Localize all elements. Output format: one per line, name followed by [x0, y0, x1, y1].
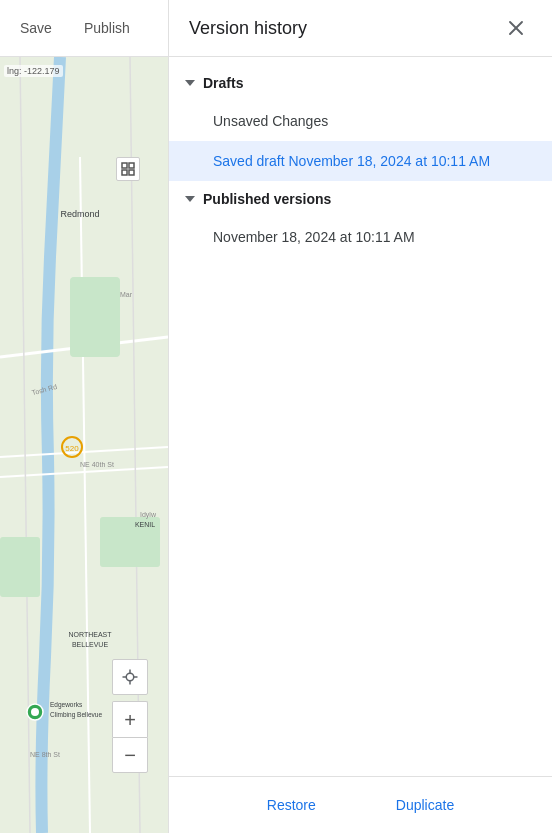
svg-text:NORTHEAST: NORTHEAST [68, 631, 112, 638]
save-button[interactable]: Save [12, 14, 60, 42]
published-chevron-icon [185, 196, 195, 202]
svg-rect-28 [129, 170, 134, 175]
svg-rect-27 [122, 170, 127, 175]
svg-text:Climbing Bellevue: Climbing Bellevue [50, 711, 102, 719]
svg-text:Edgeworks: Edgeworks [50, 701, 83, 709]
panel-content: Drafts Unsaved Changes Saved draft Novem… [169, 57, 552, 776]
unsaved-changes-item[interactable]: Unsaved Changes [169, 101, 552, 141]
svg-text:520: 520 [65, 444, 79, 453]
published-section-label: Published versions [203, 191, 331, 207]
svg-text:KENIL: KENIL [135, 521, 155, 528]
zoom-in-button[interactable]: + [112, 701, 148, 737]
svg-rect-8 [0, 537, 40, 597]
drafts-section-label: Drafts [203, 75, 243, 91]
svg-text:Mar: Mar [120, 291, 133, 298]
map-toolbar: Save Publish [0, 0, 168, 57]
svg-text:Idylw: Idylw [140, 511, 157, 519]
saved-draft-item[interactable]: Saved draft November 18, 2024 at 10:11 A… [169, 141, 552, 181]
svg-rect-26 [129, 163, 134, 168]
publish-button[interactable]: Publish [76, 14, 138, 42]
panel-title: Version history [189, 18, 307, 39]
map-coordinates: lng: -122.179 [4, 65, 63, 77]
panel-footer: Restore Duplicate [169, 776, 552, 833]
svg-point-29 [126, 673, 134, 681]
close-button[interactable] [500, 12, 532, 44]
map-container: Save Publish 520 Redmond NORTHEAST BELLE… [0, 0, 168, 833]
svg-text:BELLEVUE: BELLEVUE [72, 641, 109, 648]
zoom-controls: + − [112, 701, 148, 773]
svg-text:NE 40th St: NE 40th St [80, 461, 114, 468]
svg-rect-25 [122, 163, 127, 168]
version-history-panel: Version history Drafts Unsaved Changes S… [168, 0, 552, 833]
svg-rect-7 [70, 277, 120, 357]
panel-header: Version history [169, 0, 552, 57]
zoom-out-button[interactable]: − [112, 737, 148, 773]
svg-point-20 [31, 708, 39, 716]
svg-text:NE 8th St: NE 8th St [30, 751, 60, 758]
drafts-chevron-icon [185, 80, 195, 86]
restore-button[interactable]: Restore [251, 789, 332, 821]
published-section-header[interactable]: Published versions [169, 181, 552, 217]
expand-icon[interactable] [116, 157, 140, 181]
duplicate-button[interactable]: Duplicate [380, 789, 470, 821]
svg-text:Redmond: Redmond [60, 209, 99, 219]
location-button[interactable] [112, 659, 148, 695]
published-v1-item[interactable]: November 18, 2024 at 10:11 AM [169, 217, 552, 257]
drafts-section-header[interactable]: Drafts [169, 65, 552, 101]
